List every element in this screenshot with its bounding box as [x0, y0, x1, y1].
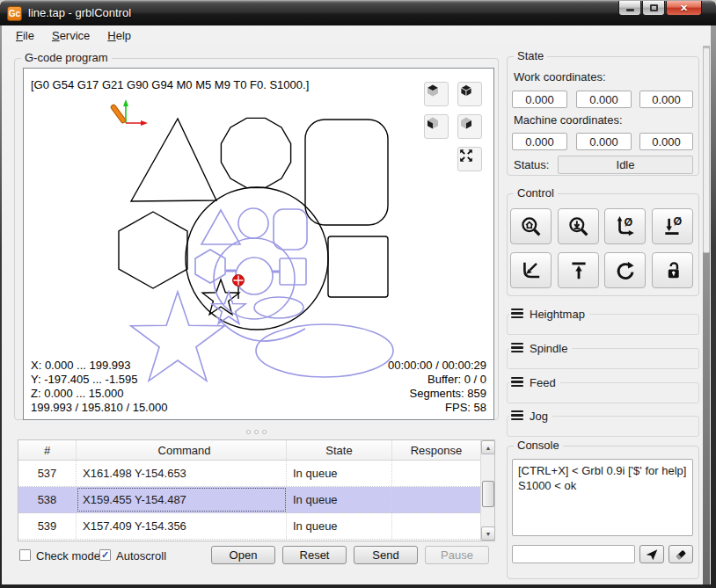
console-clear-button[interactable] — [669, 545, 693, 563]
work-y-field[interactable]: 0.000 — [576, 91, 632, 108]
scroll-down-icon[interactable]: ▼ — [481, 526, 495, 541]
cell-command: X157.409 Y-154.356 — [77, 513, 287, 539]
maximize-button[interactable] — [642, 1, 665, 16]
header-state[interactable]: State — [287, 440, 392, 460]
zero-xy-button[interactable]: Ø — [604, 208, 646, 244]
console-log[interactable]: [CTRL+X] < Grbl 0.9i ['$' for help] S100… — [512, 459, 693, 536]
reset-button[interactable]: Reset — [282, 546, 347, 564]
menu-service[interactable]: Service — [43, 27, 99, 44]
gcode-header-comment: [G0 G54 G17 G21 G90 G94 M0 M5 M9 T0 F0. … — [31, 78, 309, 91]
cube-front-icon — [425, 115, 441, 131]
menu-file[interactable]: File — [7, 27, 43, 44]
cell-state: In queue — [287, 513, 392, 539]
work-z-field[interactable]: 0.000 — [639, 91, 693, 108]
spindle-panel-label[interactable]: Spindle — [530, 342, 567, 355]
splitter-handle[interactable] — [228, 428, 284, 436]
panel-scrollbar[interactable] — [703, 46, 710, 584]
fps-info: FPS: 58 — [388, 401, 486, 415]
cell-response — [392, 513, 480, 539]
table-row-selected[interactable]: 538 X159.455 Y-154.487 In queue — [18, 487, 480, 513]
check-mode-label: Check mode — [36, 549, 100, 563]
autoscroll-label: Autoscroll — [116, 549, 166, 563]
top-view-button[interactable] — [424, 82, 449, 106]
feed-panel-label[interactable]: Feed — [530, 376, 556, 389]
heightmap-menu-icon[interactable] — [511, 309, 523, 321]
window-title: line.tap - grblControl — [28, 6, 131, 19]
console-group-title: Console — [514, 439, 563, 452]
restore-origin-icon — [520, 259, 543, 282]
window-border — [0, 584, 716, 588]
gcode-command-table[interactable]: # Command State Response 537 X161.498 Y-… — [18, 439, 495, 541]
jog-menu-icon[interactable] — [511, 410, 523, 423]
y-range: Y: -197.405 ... -1.595 — [31, 373, 167, 387]
scroll-up-icon[interactable]: ▲ — [481, 440, 495, 454]
menu-help[interactable]: Help — [99, 27, 140, 44]
z-range: Z: 0.000 ... 15.000 — [31, 387, 167, 401]
work-x-field[interactable]: 0.000 — [512, 91, 567, 108]
machine-coordinates-label: Machine coordinates: — [514, 113, 623, 127]
svg-text:Ø: Ø — [624, 216, 632, 229]
isometric-view-button[interactable] — [457, 82, 482, 106]
position-marker — [233, 275, 245, 287]
cell-num: 537 — [18, 461, 77, 486]
table-row[interactable]: 537 X161.498 Y-154.653 In queue — [18, 461, 480, 487]
reset-button-control[interactable] — [604, 252, 646, 288]
open-button[interactable]: Open — [211, 546, 275, 564]
zero-z-icon: Ø — [661, 215, 684, 238]
titlebar[interactable]: Gc line.tap - grblControl ✕ — [0, 0, 716, 25]
console-line: S1000 < ok — [518, 478, 687, 493]
app-icon: Gc — [7, 6, 22, 21]
safe-position-button[interactable] — [558, 252, 599, 288]
spindle-menu-icon[interactable] — [511, 343, 523, 355]
header-command[interactable]: Command — [77, 440, 287, 460]
zero-z-button[interactable]: Ø — [652, 208, 693, 244]
console-send-button[interactable] — [639, 545, 664, 563]
jog-panel-label[interactable]: Jog — [530, 410, 548, 423]
minimize-button[interactable] — [618, 1, 641, 16]
cell-command: X159.455 Y-154.487 — [77, 487, 287, 512]
cell-response — [392, 487, 480, 512]
home-search-icon — [520, 215, 543, 238]
unlock-button[interactable] — [652, 252, 693, 288]
home-button[interactable] — [510, 208, 552, 244]
send-button[interactable]: Send — [354, 546, 418, 564]
close-button[interactable]: ✕ — [666, 1, 702, 16]
reset-circular-arrow-icon — [614, 259, 637, 282]
table-scrollbar[interactable]: ▲ ▼ — [480, 440, 494, 541]
header-response[interactable]: Response — [392, 440, 480, 460]
panel-scrollbar-thumb[interactable] — [703, 47, 710, 253]
check-mode-checkbox[interactable] — [19, 549, 31, 561]
control-group-title: Control — [514, 187, 558, 200]
table-header: # Command State Response — [18, 440, 480, 461]
cell-num: 539 — [18, 513, 77, 539]
machine-x-field[interactable]: 0.000 — [512, 133, 567, 150]
heightmap-panel-label[interactable]: Heightmap — [530, 308, 585, 321]
cell-command: X161.498 Y-154.653 — [77, 461, 287, 486]
cell-state: In queue — [287, 487, 392, 512]
machine-y-field[interactable]: 0.000 — [576, 133, 632, 150]
console-command-input[interactable] — [512, 545, 635, 563]
jog-panel: Jog — [507, 416, 699, 437]
restore-origin-button[interactable] — [510, 252, 552, 288]
autoscroll-checkbox[interactable]: ✓ — [99, 549, 111, 561]
cube-top-icon — [425, 83, 441, 98]
gcode-visualizer[interactable]: [G0 G54 G17 G21 G90 G94 M0 M5 M9 T0 F0. … — [23, 68, 494, 420]
fit-view-button[interactable] — [457, 147, 482, 171]
z-probe-button[interactable] — [558, 208, 599, 244]
table-body: # Command State Response 537 X161.498 Y-… — [18, 440, 480, 541]
side-view-button[interactable] — [457, 114, 482, 139]
scroll-thumb[interactable] — [482, 481, 494, 507]
minimize-icon — [626, 9, 634, 11]
dimensions-info: X: 0.000 ... 199.993 Y: -197.405 ... -1.… — [31, 359, 167, 415]
gcode-program-group-title: G-code program — [21, 52, 112, 64]
feed-menu-icon[interactable] — [511, 377, 523, 389]
zero-xy-icon: Ø — [614, 215, 637, 238]
size-summary: 199.993 / 195.810 / 15.000 — [31, 401, 167, 415]
front-view-button[interactable] — [424, 114, 449, 139]
machine-z-field[interactable]: 0.000 — [639, 133, 693, 150]
console-line: [CTRL+X] < Grbl 0.9i ['$' for help] — [518, 463, 687, 478]
buffer-info: Buffer: 0 / 0 — [388, 373, 486, 387]
spindle-panel: Spindle — [507, 348, 699, 369]
table-row[interactable]: 539 X157.409 Y-154.356 In queue — [18, 513, 480, 540]
header-num[interactable]: # — [18, 440, 77, 460]
